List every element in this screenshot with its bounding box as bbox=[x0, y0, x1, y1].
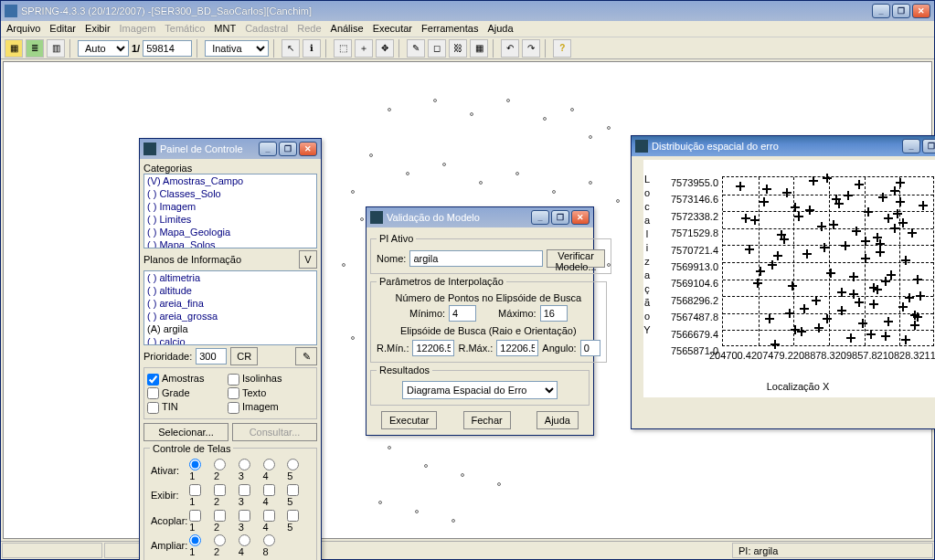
tb-cursor-icon[interactable]: ↖ bbox=[282, 39, 300, 58]
menu-arquivo[interactable]: Arquivo bbox=[6, 23, 40, 35]
menu-exibir[interactable]: Exibir bbox=[85, 23, 111, 35]
list-item[interactable]: ( ) Limites bbox=[144, 213, 316, 226]
list-item[interactable]: ( ) Mapa_Geologia bbox=[144, 226, 316, 238]
scale-input[interactable] bbox=[143, 40, 192, 57]
acoplar-1[interactable] bbox=[189, 510, 201, 522]
menu-cadastral[interactable]: Cadastral bbox=[245, 23, 288, 35]
list-item[interactable]: ( ) calcio bbox=[144, 335, 316, 345]
pencil-icon[interactable]: ✎ bbox=[295, 347, 317, 365]
exibir-5[interactable] bbox=[287, 484, 299, 496]
acoplar-3[interactable] bbox=[239, 510, 250, 522]
list-item[interactable]: ( ) Classes_Solo bbox=[144, 187, 316, 200]
chk-texto[interactable]: Texto bbox=[228, 387, 266, 400]
list-item[interactable]: ( ) Mapa_Solos bbox=[144, 238, 316, 248]
verificar-button[interactable]: Verificar Modelo... bbox=[547, 249, 604, 268]
ampliar-4[interactable] bbox=[239, 534, 250, 546]
tb-grid-icon[interactable]: ▦ bbox=[470, 39, 488, 58]
validacao-fechar-button[interactable]: Fechar bbox=[463, 411, 511, 429]
menu-executar[interactable]: Executar bbox=[373, 23, 412, 35]
ativar-1[interactable] bbox=[189, 459, 201, 470]
tb-help-icon[interactable]: ? bbox=[553, 39, 571, 58]
nome-input[interactable] bbox=[409, 250, 543, 267]
menu-ferramentas[interactable]: Ferramentas bbox=[421, 23, 478, 35]
chk-tin[interactable]: TIN bbox=[147, 401, 224, 414]
tb-zoomarea-icon[interactable]: ⬚ bbox=[334, 39, 352, 58]
ativar-3[interactable] bbox=[239, 459, 250, 470]
panel-max-button[interactable]: ❐ bbox=[279, 142, 297, 156]
selecionar-button[interactable]: Selecionar... bbox=[143, 423, 228, 441]
acoplar-5[interactable] bbox=[287, 510, 299, 522]
tb-pan-icon[interactable]: ✥ bbox=[376, 39, 394, 58]
list-item[interactable]: ( ) altimetria bbox=[144, 271, 316, 284]
prioridade-input[interactable] bbox=[196, 348, 227, 365]
tb-link-icon[interactable]: ⛓ bbox=[449, 39, 467, 58]
validacao-max-button[interactable]: ❐ bbox=[551, 210, 569, 225]
menu-mnt[interactable]: MNT bbox=[214, 23, 236, 35]
zoom-select[interactable]: Auto bbox=[78, 40, 129, 57]
app-minimize-button[interactable]: _ bbox=[872, 4, 890, 18]
app-close-button[interactable]: ✕ bbox=[912, 4, 930, 18]
list-item[interactable]: ( ) altitude bbox=[144, 284, 316, 297]
categorias-listbox[interactable]: (V) Amostras_Campo ( ) Classes_Solo ( ) … bbox=[143, 174, 317, 248]
rmax-input[interactable] bbox=[496, 340, 538, 356]
exibir-3[interactable] bbox=[239, 484, 250, 496]
menu-imagem[interactable]: Imagem bbox=[120, 23, 156, 35]
tb-zoomin-icon[interactable]: ＋ bbox=[355, 39, 373, 58]
list-item[interactable]: ( ) areia_grossa bbox=[144, 310, 316, 322]
min-input[interactable] bbox=[449, 305, 476, 322]
menu-rede[interactable]: Rede bbox=[297, 23, 321, 35]
tb-measure-icon[interactable]: ✎ bbox=[407, 39, 425, 58]
rmin-input[interactable] bbox=[412, 340, 454, 356]
tb-panel-icon[interactable]: ▥ bbox=[47, 39, 65, 58]
menu-tematico[interactable]: Temático bbox=[165, 23, 205, 35]
validacao-titlebar[interactable]: Validação do Modelo _ ❐ ✕ bbox=[367, 207, 593, 227]
tb-layers-icon[interactable]: ≣ bbox=[26, 39, 44, 58]
resultados-select[interactable]: Diagrama Espacial do Erro bbox=[402, 381, 558, 399]
ativar-5[interactable] bbox=[287, 459, 299, 470]
planos-v-button[interactable]: V bbox=[299, 250, 317, 269]
validacao-close-button[interactable]: ✕ bbox=[571, 210, 590, 225]
distrib-min-button[interactable]: _ bbox=[902, 139, 920, 153]
tb-select-icon[interactable]: ◻ bbox=[428, 39, 446, 58]
ampliar-1[interactable] bbox=[189, 534, 201, 546]
tb-undo-icon[interactable]: ↶ bbox=[501, 39, 519, 58]
menu-analise[interactable]: Análise bbox=[331, 23, 364, 35]
angulo-input[interactable] bbox=[580, 340, 600, 356]
validacao-min-button[interactable]: _ bbox=[531, 210, 549, 225]
ativar-2[interactable] bbox=[214, 459, 226, 470]
chk-isolinhas[interactable]: Isolinhas bbox=[228, 373, 282, 386]
validacao-ajuda-button[interactable]: Ajuda bbox=[537, 411, 579, 429]
exibir-2[interactable] bbox=[214, 484, 226, 496]
distrib-titlebar[interactable]: Distribuição espacial do erro _ ❐ ✕ bbox=[632, 136, 935, 156]
planos-listbox[interactable]: ( ) altimetria ( ) altitude ( ) areia_fi… bbox=[143, 270, 317, 345]
menu-editar[interactable]: Editar bbox=[49, 23, 76, 35]
distrib-max-button[interactable]: ❐ bbox=[922, 139, 935, 153]
menu-ajuda[interactable]: Ajuda bbox=[487, 23, 513, 35]
panel-titlebar[interactable]: Painel de Controle _ ❐ ✕ bbox=[140, 139, 321, 159]
chk-grade[interactable]: Grade bbox=[147, 387, 224, 400]
list-item[interactable]: (V) Amostras_Campo bbox=[144, 174, 316, 187]
mode-select[interactable]: Inativa bbox=[205, 40, 269, 57]
chk-imagem[interactable]: Imagem bbox=[228, 401, 279, 414]
exibir-4[interactable] bbox=[263, 484, 275, 496]
cr-button[interactable]: CR bbox=[230, 347, 258, 365]
acoplar-4[interactable] bbox=[263, 510, 275, 522]
max-input[interactable] bbox=[540, 305, 568, 322]
panel-min-button[interactable]: _ bbox=[259, 142, 277, 156]
tb-redo-icon[interactable]: ↷ bbox=[522, 39, 540, 58]
sample-point bbox=[515, 172, 519, 175]
ampliar-2[interactable] bbox=[214, 534, 226, 546]
tb-db-icon[interactable]: ▦ bbox=[5, 39, 23, 58]
app-maximize-button[interactable]: ❐ bbox=[892, 4, 910, 18]
ampliar-8[interactable] bbox=[263, 534, 275, 546]
ativar-4[interactable] bbox=[263, 459, 275, 470]
list-item[interactable]: ( ) areia_fina bbox=[144, 297, 316, 310]
acoplar-2[interactable] bbox=[214, 510, 226, 522]
list-item[interactable]: (A) argila bbox=[144, 322, 316, 335]
executar-button[interactable]: Executar bbox=[381, 411, 437, 429]
chk-amostras[interactable]: Amostras bbox=[147, 373, 224, 386]
tb-info-icon[interactable]: ℹ bbox=[303, 39, 321, 58]
list-item[interactable]: ( ) Imagem bbox=[144, 200, 316, 213]
panel-close-button[interactable]: ✕ bbox=[299, 142, 317, 156]
exibir-1[interactable] bbox=[189, 484, 201, 496]
